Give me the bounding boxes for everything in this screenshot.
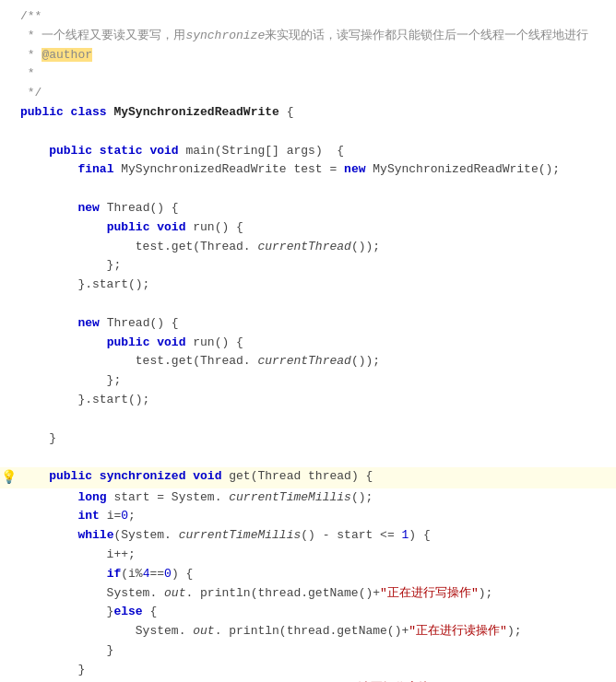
line-if: if(i%4==0) { [0,565,616,584]
line-int-i: int i=0; [0,507,616,526]
line-thread1-open: new Thread() { [0,199,616,218]
line-run1-close: }; [0,256,616,276]
line-blank4 [0,410,616,429]
line-while: while(System. currentTimeMillis() - star… [0,526,616,546]
line-comment-desc: * 一个线程又要读又要写，用synchronize来实现的话，读写操作都只能锁住… [0,27,616,46]
line-thread2-start: }.start(); [0,391,616,410]
line-close-while: } [0,661,616,680]
bulb-icon: 💡 [1,467,17,488]
line-test-get1: test.get(Thread. currentThread()); [0,238,616,257]
line-run2-open: public void run() { [0,334,616,353]
line-blank3 [0,295,616,314]
line-comment-star: * [0,65,616,84]
line-run2-close: }; [0,371,616,391]
line-blank2 [0,180,616,199]
line-test-get2: test.get(Thread. currentThread()); [0,352,616,371]
line-run1-open: public void run() { [0,218,616,238]
line-close-else: } [0,641,616,661]
line-thread1-start: }.start(); [0,276,616,295]
line-comment-open: /** [0,7,616,27]
line-blank [0,123,616,142]
line-println-read: System. out. println(thread.getName()+"正… [0,622,616,641]
line-close-main: } [0,429,616,449]
line-i-inc: i++; [0,546,616,565]
line-comment-author: * @author [0,46,616,65]
line-main-decl: public static void main(String[] args) { [0,142,616,161]
line-blank5 [0,448,616,467]
line-class-decl: public class MySynchronizedReadWrite { [0,103,616,123]
line-thread2-open: new Thread() { [0,314,616,334]
line-get-decl: 💡 public synchronized void get(Thread th… [0,467,616,488]
code-block: /** * 一个线程又要读又要写，用synchronize来实现的话，读写操作都… [0,0,616,682]
line-long-start: long start = System. currentTimeMillis()… [0,488,616,508]
line-println-write: System. out. println(thread.getName()+"正… [0,584,616,604]
line-final-decl: final MySynchronizedReadWrite test = new… [0,160,616,180]
line-else: }else { [0,603,616,622]
line-comment-close: */ [0,84,616,103]
